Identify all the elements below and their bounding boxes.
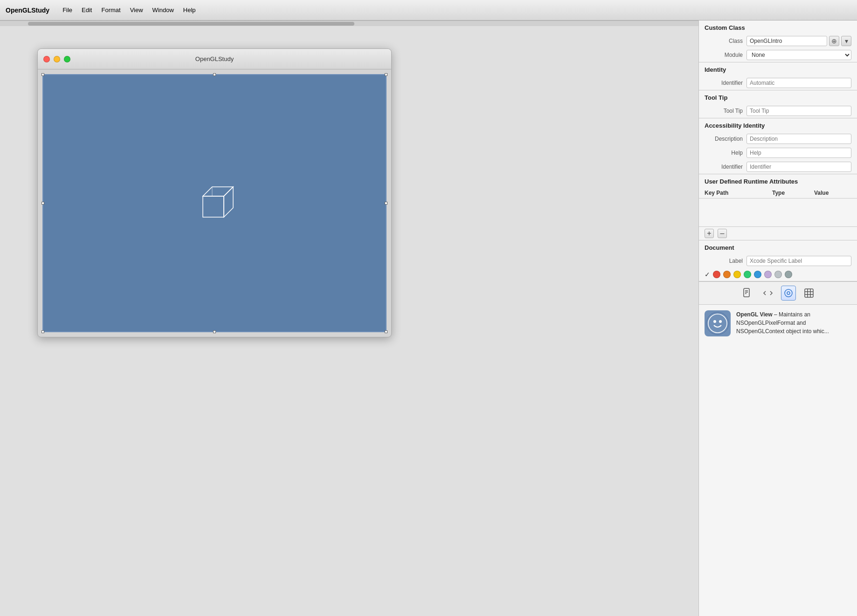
- color-dot-yellow[interactable]: [733, 271, 741, 278]
- circle-tab-icon[interactable]: [781, 286, 796, 301]
- help-label: Help: [705, 150, 746, 156]
- module-row: Module None: [699, 48, 857, 62]
- module-label: Module: [705, 52, 746, 58]
- class-add-btn[interactable]: ⊕: [829, 36, 839, 46]
- color-dot-lightgray[interactable]: [774, 271, 782, 278]
- custom-class-section: Custom Class Class ⊕ ▾ Module None: [699, 21, 857, 62]
- help-row: Help: [699, 146, 857, 160]
- tooltip-title: Tool Tip: [699, 90, 857, 104]
- info-title: OpenGL View: [736, 311, 773, 318]
- file-icon: [742, 287, 753, 299]
- type-col-header: Type: [772, 190, 814, 196]
- attributes-footer: + –: [699, 226, 857, 240]
- window-close-btn[interactable]: [43, 56, 50, 62]
- attributes-header: Key Path Type Value: [699, 188, 857, 198]
- document-section: Document Label ✓: [699, 240, 857, 281]
- identity-title: Identity: [699, 62, 857, 76]
- document-title: Document: [699, 240, 857, 254]
- color-dots-row: ✓: [699, 268, 857, 281]
- scrollbar-thumb: [28, 22, 354, 26]
- window-maximize-btn[interactable]: [64, 56, 70, 62]
- identifier-row: Identifier: [699, 76, 857, 90]
- window-title: OpenGLStudy: [195, 55, 234, 62]
- table-icon: [803, 287, 815, 299]
- code-icon: [762, 287, 774, 299]
- accessibility-title: Accessibility Identity: [699, 118, 857, 132]
- window-frame: OpenGLStudy: [37, 48, 392, 337]
- table-tab-icon[interactable]: [802, 286, 816, 301]
- description-input[interactable]: [746, 134, 851, 144]
- tooltip-input[interactable]: [746, 106, 851, 116]
- svg-point-10: [787, 292, 790, 294]
- selection-handle-bm[interactable]: [213, 330, 216, 333]
- opengl-info-icon: [705, 310, 731, 336]
- svg-point-19: [719, 320, 722, 323]
- selection-handle-tl[interactable]: [41, 73, 44, 76]
- menu-edit[interactable]: Edit: [77, 5, 97, 15]
- keypath-col-header: Key Path: [705, 190, 772, 196]
- right-panel: Custom Class Class ⊕ ▾ Module None Ident…: [698, 21, 857, 616]
- svg-point-16: [706, 312, 729, 335]
- svg-rect-0: [203, 196, 224, 217]
- accessibility-id-row: Identifier: [699, 160, 857, 174]
- menu-help[interactable]: Help: [179, 5, 200, 15]
- selection-handle-br[interactable]: [385, 330, 387, 333]
- window-controls: [38, 56, 70, 62]
- svg-point-18: [713, 320, 716, 323]
- class-dropdown-btn[interactable]: ▾: [841, 36, 851, 46]
- menu-view[interactable]: View: [125, 5, 148, 15]
- info-text: OpenGL View – Maintains an NSOpenGLPixel…: [736, 310, 851, 336]
- cube-svg: [187, 175, 242, 231]
- color-dot-blue[interactable]: [754, 271, 761, 278]
- user-defined-section: User Defined Runtime Attributes Key Path…: [699, 174, 857, 240]
- color-dot-red[interactable]: [713, 271, 720, 278]
- menu-window[interactable]: Window: [148, 5, 179, 15]
- svg-point-9: [785, 289, 792, 297]
- checkmark-icon: ✓: [705, 271, 710, 278]
- info-section: OpenGL View – Maintains an NSOpenGLPixel…: [699, 304, 857, 342]
- file-tab-icon[interactable]: [740, 286, 755, 301]
- selection-handle-mr[interactable]: [385, 202, 387, 205]
- remove-attribute-btn[interactable]: –: [718, 229, 727, 238]
- code-tab-icon[interactable]: [760, 286, 775, 301]
- class-input[interactable]: [746, 36, 827, 46]
- color-dot-gray[interactable]: [785, 271, 792, 278]
- editor-area: OpenGLStudy: [0, 21, 698, 616]
- tooltip-row: Tool Tip: [699, 104, 857, 118]
- add-attribute-btn[interactable]: +: [705, 229, 714, 238]
- selection-handle-ml[interactable]: [41, 202, 44, 205]
- accessibility-id-input[interactable]: [746, 162, 851, 172]
- identifier-input[interactable]: [746, 78, 851, 88]
- window-content: [38, 69, 391, 337]
- custom-class-title: Custom Class: [699, 21, 857, 34]
- selection-handle-bl[interactable]: [41, 330, 44, 333]
- tooltip-label: Tool Tip: [705, 108, 746, 114]
- icon-toolbar: [699, 281, 857, 304]
- main-area: OpenGLStudy: [0, 21, 857, 616]
- class-input-group: ⊕ ▾: [746, 36, 851, 46]
- menu-format[interactable]: Format: [97, 5, 125, 15]
- value-col-header: Value: [814, 190, 851, 196]
- menu-file[interactable]: File: [58, 5, 77, 15]
- app-name: OpenGLStudy: [6, 7, 49, 14]
- module-select[interactable]: None: [746, 50, 851, 60]
- color-dot-purple[interactable]: [764, 271, 772, 278]
- accessibility-section: Accessibility Identity Description Help …: [699, 118, 857, 174]
- bottom-scrollbar[interactable]: [0, 21, 698, 26]
- opengl-icon-svg: [705, 310, 731, 336]
- selection-handle-tm[interactable]: [213, 73, 216, 76]
- label-row: Label: [699, 254, 857, 268]
- color-dot-orange[interactable]: [723, 271, 731, 278]
- accessibility-id-label: Identifier: [705, 164, 746, 170]
- label-input[interactable]: [746, 256, 851, 266]
- description-label: Description: [705, 136, 746, 142]
- color-dot-green[interactable]: [744, 271, 751, 278]
- attributes-body: [699, 198, 857, 226]
- help-input[interactable]: [746, 148, 851, 158]
- window-minimize-btn[interactable]: [54, 56, 60, 62]
- class-row: Class ⊕ ▾: [699, 34, 857, 48]
- label-label: Label: [705, 258, 746, 264]
- opengl-canvas[interactable]: [42, 74, 387, 332]
- class-label: Class: [705, 38, 746, 44]
- selection-handle-tr[interactable]: [385, 73, 387, 76]
